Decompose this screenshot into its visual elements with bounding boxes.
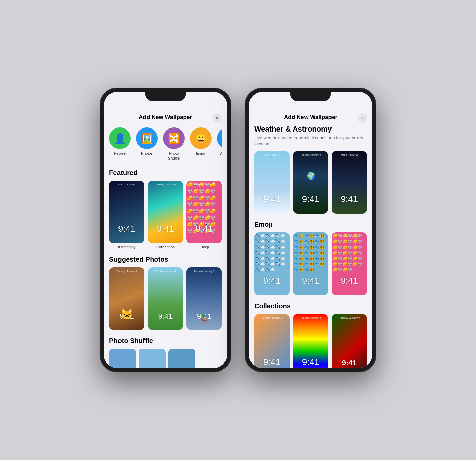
weather-label: Weathe… xyxy=(220,151,222,156)
weather-grid: Mon 6 8:28PM 9:41 Tuesday, January 9 9:4… xyxy=(254,151,367,214)
suggested-cat[interactable]: Tuesday, January 9 9:41 🐱 xyxy=(109,267,144,330)
astronomy-label: Astronomy xyxy=(109,245,144,249)
emoji-time: 9:41 xyxy=(186,224,222,234)
weather-date-1: Mon 6 8:28PM xyxy=(254,154,290,156)
field-wallpaper: Tuesday, January 9 9:41 xyxy=(148,267,183,330)
collections-grid: Tuesday, January 9 9:41 Tuesday, January… xyxy=(254,314,367,368)
suggested-photos-grid: Tuesday, January 9 9:41 🐱 Tuesday, Janua… xyxy=(109,267,222,330)
people-label: People xyxy=(114,151,126,156)
emoji-wallpaper-cheese: 🧀🐭🧀🐭🧀🐭🧀🐭🧀🐭🧀🐭🧀🐭🧀🐭🧀🐭🧀🐭🧀🐭🧀🐭🧀🐭🧀🐭🧀🐭🧀🐭🧀🐭🧀🐭🧀🐭🧀🐭… xyxy=(332,232,367,295)
suggested-field[interactable]: Tuesday, January 9 9:41 xyxy=(148,267,183,330)
close-button-right[interactable]: ✕ xyxy=(358,113,367,123)
cat-wallpaper: Tuesday, January 9 9:41 🐱 xyxy=(109,267,144,330)
collection-date-2: Tuesday, January 9 xyxy=(293,317,328,319)
phone-left-screen: Add New Wallpaper ✕ 👤 People 🖼️ Photos 🔀 xyxy=(104,92,227,368)
disney-date: Tuesday, January 9 xyxy=(186,270,222,272)
suggested-photos-title: Suggested Photos xyxy=(109,256,222,263)
phone-left: Add New Wallpaper ✕ 👤 People 🖼️ Photos 🔀 xyxy=(100,88,231,372)
suggested-disney[interactable]: Tuesday, January 9 9:41 🦆 xyxy=(186,267,222,330)
collections-wallpaper: Tuesday, January 9 9:41 xyxy=(148,181,183,243)
emoji-card-fish[interactable]: 🐟🐠🐟🐠🐟🐠🐟🐠🐟🐠🐟🐠🐟🐠🐟🐠🐟🐠🐟🐠🐟🐠🐟🐠🐟🐠🐟🐠🐟🐠🐟🐠🐟🐠🐟🐠🐟🐠🐟🐠… xyxy=(293,232,328,295)
emoji-label: Emoji xyxy=(196,151,206,156)
photo-shuffle-bar xyxy=(109,349,222,368)
emoji-cheese-time: 9:41 xyxy=(332,276,367,286)
featured-grid: Mon 6 8:28PM 9:41 Astronomy Tuesday, Jan… xyxy=(109,181,222,249)
notch-right xyxy=(290,92,331,101)
emoji-card-plane[interactable]: ✈️☁️✈️☁️✈️☁️✈️☁️✈️☁️✈️☁️✈️☁️✈️☁️✈️☁️✈️☁️… xyxy=(254,232,290,295)
emoji-plane-date: Tuesday, January 9 xyxy=(254,235,290,237)
collection-wallpaper-3: Tuesday, January 9 9:41 xyxy=(332,314,367,368)
modal-header-left: Add New Wallpaper ✕ xyxy=(104,109,227,125)
photo-shuffle-icon: 🔀 xyxy=(163,127,185,149)
collection-wallpaper-2: Tuesday, January 9 9:41 xyxy=(293,314,328,368)
weather-card-1[interactable]: Mon 6 8:28PM 9:41 xyxy=(254,151,290,214)
emoji-date: Tuesday, January 9 xyxy=(186,183,222,186)
cheese-emoji-pattern: 🧀🐭🧀🐭🧀🐭🧀🐭🧀🐭🧀🐭🧀🐭🧀🐭🧀🐭🧀🐭🧀🐭🧀🐭🧀🐭🧀🐭🧀🐭🧀🐭🧀🐭🧀🐭🧀🐭🧀🐭 xyxy=(332,232,367,295)
weather-time-2: 9:41 xyxy=(293,194,328,204)
collections-time: 9:41 xyxy=(148,224,183,234)
category-emoji[interactable]: 😀 Emoji xyxy=(190,127,212,161)
weather-time-1: 9:41 xyxy=(254,194,290,204)
phone-right-screen: Add New Wallpaper ✕ Weather & Astronomy … xyxy=(249,92,372,368)
emoji-pattern: 🧀🐭🧀🐭🧀🐭🧀🐭🧀🐭🧀🐭🧀🐭🧀🐭🧀🐭🧀🐭🧀🐭🧀🐭🧀🐭🧀🐭🧀🐭🧀🐭🧀🐭🧀🐭🧀🐭🧀🐭 xyxy=(186,181,222,243)
weather-section-title: Weather & Astronomy xyxy=(254,125,367,134)
collections-date: Tuesday, January 9 xyxy=(148,183,183,186)
emoji-icon: 😀 xyxy=(190,127,212,149)
weather-date-2: Tuesday, January 9 xyxy=(293,154,328,156)
collection-time-3: 9:41 xyxy=(332,358,367,367)
people-icon: 👤 xyxy=(109,127,131,149)
modal-content-left[interactable]: 👤 People 🖼️ Photos 🔀 Photo Shuffle 😀 Emo… xyxy=(104,125,227,368)
close-button-left[interactable]: ✕ xyxy=(212,113,222,123)
astronomy-wallpaper: Mon 6 8:28PM 9:41 xyxy=(109,181,144,243)
photos-icon: 🖼️ xyxy=(136,127,158,149)
field-date: Tuesday, January 9 xyxy=(148,270,183,272)
collection-wallpaper-1: Tuesday, January 9 9:41 xyxy=(254,314,290,368)
notch-left xyxy=(145,92,186,101)
featured-card-collections[interactable]: Tuesday, January 9 9:41 Collections xyxy=(148,181,183,249)
astronomy-time: 9:41 xyxy=(109,224,144,234)
collection-date-3: Tuesday, January 9 xyxy=(332,317,367,319)
emoji-fish-time: 9:41 xyxy=(293,276,328,286)
emoji-wallpaper-featured: 🧀🐭🧀🐭🧀🐭🧀🐭🧀🐭🧀🐭🧀🐭🧀🐭🧀🐭🧀🐭🧀🐭🧀🐭🧀🐭🧀🐭🧀🐭🧀🐭🧀🐭🧀🐭🧀🐭🧀🐭… xyxy=(186,181,222,243)
modal-sheet-left: Add New Wallpaper ✕ 👤 People 🖼️ Photos 🔀 xyxy=(104,109,227,368)
featured-title: Featured xyxy=(109,169,222,177)
category-row-left: 👤 People 🖼️ Photos 🔀 Photo Shuffle 😀 Emo… xyxy=(109,125,222,166)
collection-time-1: 9:41 xyxy=(254,357,290,367)
emoji-grid: ✈️☁️✈️☁️✈️☁️✈️☁️✈️☁️✈️☁️✈️☁️✈️☁️✈️☁️✈️☁️… xyxy=(254,232,367,295)
category-photos[interactable]: 🖼️ Photos xyxy=(136,127,158,161)
modal-title-left: Add New Wallpaper xyxy=(139,114,192,121)
emoji-cheese-date: Tuesday, January 9 xyxy=(332,235,367,237)
weather-card-2[interactable]: Tuesday, January 9 9:41 🌍 xyxy=(293,151,328,214)
category-weather[interactable]: ⛅ Weathe… xyxy=(217,127,222,161)
featured-card-emoji[interactable]: 🧀🐭🧀🐭🧀🐭🧀🐭🧀🐭🧀🐭🧀🐭🧀🐭🧀🐭🧀🐭🧀🐭🧀🐭🧀🐭🧀🐭🧀🐭🧀🐭🧀🐭🧀🐭🧀🐭🧀🐭… xyxy=(186,181,222,249)
collections-label: Collections xyxy=(148,245,183,249)
collection-card-2[interactable]: Tuesday, January 9 9:41 xyxy=(293,314,328,368)
emoji-wallpaper-plane: ✈️☁️✈️☁️✈️☁️✈️☁️✈️☁️✈️☁️✈️☁️✈️☁️✈️☁️✈️☁️… xyxy=(254,232,290,295)
modal-header-right: Add New Wallpaper ✕ xyxy=(249,109,372,125)
fish-emoji-pattern: 🐟🐠🐟🐠🐟🐠🐟🐠🐟🐠🐟🐠🐟🐠🐟🐠🐟🐠🐟🐠🐟🐠🐟🐠🐟🐠🐟🐠🐟🐠🐟🐠🐟🐠🐟🐠🐟🐠🐟🐠 xyxy=(293,232,328,295)
weather-card-3[interactable]: Mon 6 8:28PM 9:41 xyxy=(332,151,367,214)
astronomy-date: Mon 6 8:28PM xyxy=(109,183,144,186)
weather-wallpaper-3: Mon 6 8:28PM 9:41 xyxy=(332,151,367,214)
photo-shuffle-section-title: Photo Shuffle xyxy=(109,337,222,345)
category-photo-shuffle[interactable]: 🔀 Photo Shuffle xyxy=(163,127,185,161)
phone-right: Add New Wallpaper ✕ Weather & Astronomy … xyxy=(245,88,376,372)
emoji-card-cheese[interactable]: 🧀🐭🧀🐭🧀🐭🧀🐭🧀🐭🧀🐭🧀🐭🧀🐭🧀🐭🧀🐭🧀🐭🧀🐭🧀🐭🧀🐭🧀🐭🧀🐭🧀🐭🧀🐭🧀🐭🧀🐭… xyxy=(332,232,367,295)
weather-date-3: Mon 6 8:28PM xyxy=(332,154,367,156)
collection-card-3[interactable]: Tuesday, January 9 9:41 xyxy=(332,314,367,368)
collection-card-1[interactable]: Tuesday, January 9 9:41 xyxy=(254,314,290,368)
weather-time-3: 9:41 xyxy=(332,194,367,204)
photo-shuffle-label: Photo Shuffle xyxy=(168,151,180,161)
modal-sheet-right: Add New Wallpaper ✕ Weather & Astronomy … xyxy=(249,109,372,368)
featured-card-astronomy[interactable]: Mon 6 8:28PM 9:41 Astronomy xyxy=(109,181,144,249)
shuffle-item-3[interactable] xyxy=(168,349,195,368)
category-people[interactable]: 👤 People xyxy=(109,127,131,161)
shuffle-item-1[interactable] xyxy=(109,349,136,368)
shuffle-item-2[interactable] xyxy=(139,349,166,368)
emoji-wallpaper-fish: 🐟🐠🐟🐠🐟🐠🐟🐠🐟🐠🐟🐠🐟🐠🐟🐠🐟🐠🐟🐠🐟🐠🐟🐠🐟🐠🐟🐠🐟🐠🐟🐠🐟🐠🐟🐠🐟🐠🐟🐠… xyxy=(293,232,328,295)
emoji-fish-date: Tuesday, January 9 xyxy=(293,235,328,237)
modal-title-right: Add New Wallpaper xyxy=(284,114,337,121)
emoji-label-featured: Emoji xyxy=(186,245,222,249)
modal-content-right[interactable]: Weather & Astronomy Live weather and ast… xyxy=(249,125,372,368)
field-time: 9:41 xyxy=(148,312,183,321)
